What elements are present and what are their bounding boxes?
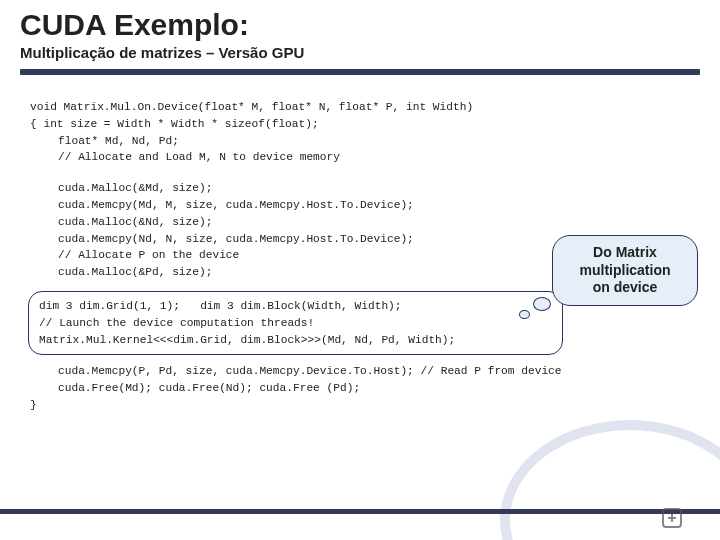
code-line: } [30,397,698,414]
code-line: float* Md, Nd, Pd; [30,133,698,150]
slide-body: void Matrix.Mul.On.Device(float* M, floa… [0,85,720,414]
slide-header: CUDA Exemplo: Multiplicação de matrizes … [0,0,720,85]
code-line: void Matrix.Mul.On.Device(float* M, floa… [30,99,698,116]
header-divider [20,69,700,75]
footer-divider [0,509,720,514]
callout-text-line: multiplication [559,262,691,280]
slide-title: CUDA Exemplo: [20,8,700,42]
callout-bubble: Do Matrix multiplication on device [552,235,698,306]
code-line: cuda.Malloc(&Md, size); [30,180,698,197]
footer-logo [642,500,702,536]
code-line: cuda.Free(Md); cuda.Free(Nd); cuda.Free … [30,380,698,397]
callout-text-line: Do Matrix [559,244,691,262]
code-line: // Allocate and Load M, N to device memo… [30,149,698,166]
code-line: Matrix.Mul.Kernel<<<dim.Grid, dim.Block>… [39,332,552,349]
callout-text-line: on device [559,279,691,297]
code-line: // Launch the device computation threads… [39,315,552,332]
code-line: dim 3 dim.Grid(1, 1); dim 3 dim.Block(Wi… [39,298,552,315]
code-line: cuda.Memcpy(Md, M, size, cuda.Memcpy.Hos… [30,197,698,214]
code-line: cuda.Memcpy(P, Pd, size, cuda.Memcpy.Dev… [30,363,698,380]
highlighted-code-box: dim 3 dim.Grid(1, 1); dim 3 dim.Block(Wi… [28,291,563,355]
code-line: cuda.Malloc(&Nd, size); [30,214,698,231]
slide-subtitle: Multiplicação de matrizes – Versão GPU [20,44,700,61]
logo-icon [660,506,684,530]
code-line: { int size = Width * Width * sizeof(floa… [30,116,698,133]
